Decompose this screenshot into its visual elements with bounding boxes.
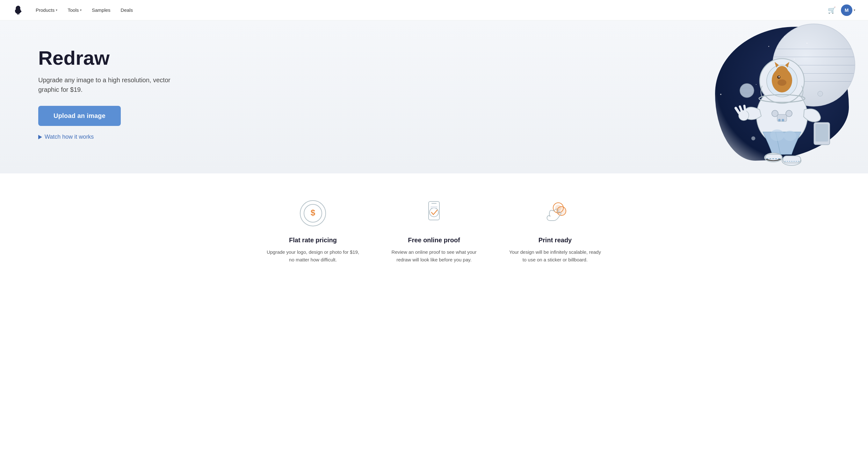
- nav-links: Products ▾ Tools ▾ Samples Deals: [36, 7, 828, 13]
- nav-samples-label: Samples: [92, 7, 110, 13]
- nav-tools-label: Tools: [67, 7, 79, 13]
- products-caret: ▾: [56, 8, 57, 12]
- hero-content: Redraw Upgrade any image to a high resol…: [0, 47, 172, 166]
- svg-point-26: [751, 137, 755, 140]
- hero-subtitle: Upgrade any image to a high resolution, …: [38, 75, 172, 94]
- svg-point-7: [778, 76, 780, 78]
- nav-products[interactable]: Products ▾: [36, 7, 57, 13]
- navbar: Products ▾ Tools ▾ Samples Deals 🛒 M ▾: [0, 0, 868, 21]
- feature-flat-rate: $ Flat rate pricing Upgrade your logo, d…: [265, 199, 361, 264]
- free-proof-desc: Review an online proof to see what your …: [386, 248, 482, 264]
- free-proof-icon: [420, 199, 448, 228]
- tools-caret: ▾: [80, 8, 82, 12]
- nav-samples[interactable]: Samples: [92, 7, 110, 13]
- svg-point-19: [772, 110, 778, 117]
- user-avatar: M: [841, 4, 852, 16]
- hero-title: Redraw: [38, 47, 172, 69]
- svg-rect-11: [815, 124, 828, 142]
- svg-point-5: [777, 79, 786, 86]
- user-initial: M: [845, 7, 849, 13]
- flat-rate-title: Flat rate pricing: [289, 237, 337, 244]
- svg-rect-30: [429, 202, 439, 220]
- svg-point-34: [555, 205, 561, 211]
- flat-rate-icon: $: [299, 199, 327, 228]
- svg-text:$: $: [311, 208, 315, 217]
- upload-button[interactable]: Upload an image: [38, 106, 121, 126]
- svg-point-9: [739, 110, 749, 120]
- user-caret: ▾: [854, 8, 855, 12]
- free-proof-title: Free online proof: [408, 237, 460, 244]
- svg-point-20: [786, 110, 792, 117]
- feature-free-proof: Free online proof Review an online proof…: [386, 199, 482, 264]
- nav-products-label: Products: [36, 7, 55, 13]
- nav-tools[interactable]: Tools ▾: [67, 7, 82, 13]
- watch-label: Watch how it works: [44, 134, 94, 140]
- svg-point-22: [783, 131, 796, 141]
- nav-right: 🛒 M ▾: [828, 4, 855, 16]
- cart-icon[interactable]: 🛒: [828, 6, 836, 14]
- nav-deals[interactable]: Deals: [121, 7, 133, 13]
- flat-rate-desc: Upgrade your logo, design or photo for $…: [265, 248, 361, 264]
- feature-print-ready: Print ready Your design will be infinite…: [507, 199, 603, 264]
- print-ready-icon: [541, 199, 569, 228]
- star: [720, 94, 721, 95]
- svg-point-31: [430, 208, 438, 217]
- hero-section: Redraw Upgrade any image to a high resol…: [0, 21, 868, 173]
- svg-point-23: [740, 84, 754, 97]
- astronaut-horse: [728, 33, 836, 173]
- svg-point-25: [818, 91, 823, 96]
- nav-deals-label: Deals: [121, 7, 133, 13]
- logo[interactable]: [13, 4, 24, 16]
- svg-point-17: [778, 119, 781, 121]
- features-section: $ Flat rate pricing Upgrade your logo, d…: [0, 173, 868, 283]
- watch-link[interactable]: Watch how it works: [38, 134, 172, 140]
- logo-icon: [13, 4, 24, 16]
- hero-illustration: [651, 21, 868, 173]
- print-ready-title: Print ready: [538, 237, 572, 244]
- print-ready-desc: Your design will be infinitely scalable,…: [507, 248, 603, 264]
- play-icon: [38, 135, 42, 139]
- svg-rect-15: [783, 156, 801, 163]
- user-menu[interactable]: M ▾: [841, 4, 855, 16]
- svg-point-18: [782, 119, 784, 121]
- svg-point-21: [770, 129, 784, 141]
